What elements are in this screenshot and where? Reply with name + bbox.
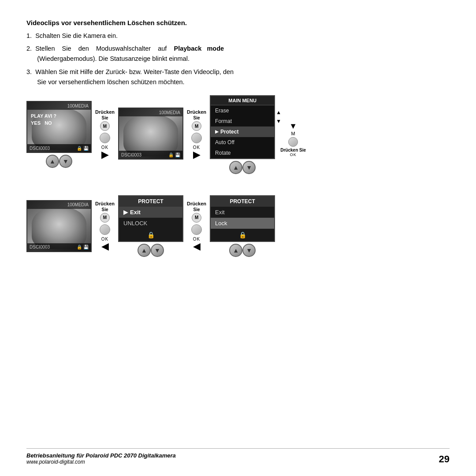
footer-url: www.polaroid-digital.com (26, 459, 176, 465)
footer-content: Betriebsanleitung für Polaroid PDC 2070 … (26, 452, 176, 465)
screen3-bottom: DSCI0003 🔒 💾 (27, 243, 91, 251)
protect-menu-2-wrap: PROTECT Exit Lock 🔒 ▲ ▼ (210, 195, 275, 257)
arrow1-m-button[interactable]: M (100, 121, 110, 131)
arrow3-m-button[interactable]: M (100, 213, 110, 223)
screen1-up-btn[interactable]: ▲ (46, 155, 59, 168)
arrow2-sie: Sie (193, 115, 200, 120)
screen3-topbar: 100MEDIA (27, 201, 91, 209)
press-down-arrow: ▼ (289, 122, 297, 131)
screen1-bottom: DSCI0003 🔒 💾 (27, 144, 91, 152)
menu-item-format[interactable]: Format (211, 116, 274, 126)
protect2-exit[interactable]: Exit (211, 207, 274, 218)
arrow3-sie: Sie (102, 207, 108, 212)
screen1-overlay: PLAY AVI ?YES NO (31, 113, 56, 126)
menu-item-protect[interactable]: ▶ Protect (211, 126, 274, 137)
arrow2-drucken: Drücken (187, 109, 206, 115)
diagram-area: 100MEDIA PLAY AVI ?YES NO DSCI0003 🔒 💾 ▲… (26, 95, 450, 257)
step2: 2. Stellen Sie den Moduswahlschalter auf… (26, 44, 450, 64)
protect-menu-1-wrap: PROTECT ▶ Exit UNLOCK 🔒 ▲ ▼ (118, 195, 183, 257)
camera-screen-3: 100MEDIA DSCI0003 🔒 💾 (26, 200, 92, 252)
screen1-down-btn[interactable]: ▼ (59, 155, 72, 168)
intro-section: Videoclips vor versehentlichem Löschen s… (26, 18, 450, 87)
arrow4-drucken: Drücken (187, 201, 206, 206)
menu-item-rotate[interactable]: Rotate (211, 148, 274, 158)
main-menu-screen: MAIN MENU Erase Format ▶ Protect Auto Of… (210, 95, 275, 159)
press-drucken-sie: Drücken Sie (280, 148, 306, 152)
protect2-lock[interactable]: Lock (211, 218, 274, 229)
protect1-lock-icon: 🔒 (119, 229, 182, 241)
camera-screen-3-wrap: 100MEDIA DSCI0003 🔒 💾 (26, 200, 92, 252)
protect-menu-1: PROTECT ▶ Exit UNLOCK 🔒 (118, 195, 183, 242)
press-down-block: ▼ M Drücken Sie OK (280, 122, 306, 157)
menu-item-erase[interactable]: Erase (211, 105, 274, 116)
protect2-up-btn[interactable]: ▲ (229, 244, 242, 257)
arrow4-sie: Sie (193, 207, 200, 212)
protect1-up-btn[interactable]: ▲ (138, 244, 151, 257)
protect2-title: PROTECT (211, 196, 274, 207)
main-menu-title: MAIN MENU (211, 96, 274, 105)
arrow3-drucken: Drücken (95, 201, 115, 206)
main-menu-wrap: MAIN MENU Erase Format ▶ Protect Auto Of… (210, 95, 275, 174)
section-title: Videoclips vor versehentlichem Löschen s… (26, 18, 450, 28)
protect2-down-btn[interactable]: ▼ (242, 244, 256, 257)
protect-menu-2: PROTECT Exit Lock 🔒 (210, 195, 275, 242)
arrow-2: Drücken Sie M OK ▶ (183, 109, 210, 160)
camera-screen-1: 100MEDIA PLAY AVI ?YES NO DSCI0003 🔒 💾 (26, 101, 92, 153)
arrow2-m-button[interactable]: M (192, 121, 201, 131)
arrow-3: Drücken Sie M OK ◀ (92, 201, 118, 251)
press-m-label: M (291, 131, 295, 136)
camera-screen-2: 100MEDIA DSCI0003 🔒 💾 (118, 108, 183, 160)
main-menu-nav: ▲ ▼ (227, 161, 257, 174)
footer-title: Betriebsanleitung für Polaroid PDC 2070 … (26, 452, 176, 459)
protect2-nav: ▲ ▼ (227, 244, 257, 257)
step3: 3. Wählen Sie mit Hilfe der Zurück- bzw.… (26, 67, 450, 87)
protect2-lock-icon: 🔒 (211, 229, 274, 241)
arrow-1: Drücken Sie M OK ▶ (92, 109, 118, 160)
screen2-bottom: DSCI0003 🔒 💾 (119, 151, 182, 159)
press-m-btn[interactable] (288, 137, 298, 147)
protect1-down-btn[interactable]: ▼ (151, 244, 164, 257)
top-row: 100MEDIA PLAY AVI ?YES NO DSCI0003 🔒 💾 ▲… (26, 95, 450, 174)
screen1-topbar: 100MEDIA (27, 102, 91, 110)
bottom-row: 100MEDIA DSCI0003 🔒 💾 Drücken Sie M OK ◀ (26, 195, 450, 257)
press-ok-label: OK (290, 152, 297, 157)
camera-screen-2-wrap: 100MEDIA DSCI0003 🔒 💾 (118, 108, 183, 161)
footer: Betriebsanleitung für Polaroid PDC 2070 … (26, 448, 450, 465)
arrow-4: Drücken Sie M OK ◀ (183, 201, 210, 251)
protect1-nav: ▲ ▼ (136, 244, 166, 257)
screen1-nav: ▲ ▼ (44, 155, 74, 168)
arrow4-m-button[interactable]: M (192, 213, 201, 223)
page-number: 29 (439, 454, 450, 465)
main-menu-down-btn[interactable]: ▼ (242, 161, 256, 174)
protect1-title: PROTECT (119, 196, 182, 207)
protect1-unlock[interactable]: UNLOCK (119, 218, 182, 229)
menu-item-autooff[interactable]: Auto Off (211, 137, 274, 148)
step1: 1. Schalten Sie die Kamera ein. (26, 31, 450, 41)
scroll-up-icon[interactable]: ▲ (276, 109, 281, 115)
protect1-exit[interactable]: ▶ Exit (119, 207, 182, 218)
main-menu-up-btn[interactable]: ▲ (229, 161, 242, 174)
screen2-topbar: 100MEDIA (119, 108, 182, 116)
arrow2-right-icon: ▶ (193, 150, 201, 160)
arrow4-left-icon: ◀ (193, 242, 201, 251)
arrow3-left-icon: ◀ (101, 242, 109, 251)
arrow1-right-icon: ▶ (101, 150, 109, 160)
arrow1-drucken: Drücken (95, 109, 115, 115)
camera-screen-1-wrap: 100MEDIA PLAY AVI ?YES NO DSCI0003 🔒 💾 ▲… (26, 101, 92, 168)
arrow1-sie: Sie (102, 115, 108, 120)
